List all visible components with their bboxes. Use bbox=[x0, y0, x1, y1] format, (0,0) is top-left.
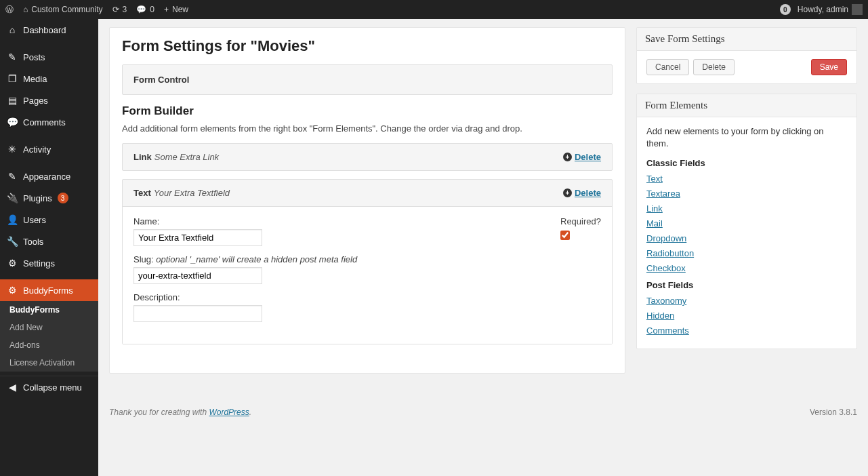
form-elements-intro: Add new elements to your form by clickin… bbox=[646, 125, 847, 150]
classic-element-text[interactable]: Text bbox=[646, 174, 847, 184]
plus-circle-icon: + bbox=[563, 153, 572, 161]
wordpress-link[interactable]: WordPress bbox=[209, 408, 249, 417]
classic-element-checkbox[interactable]: Checkbox bbox=[646, 263, 847, 273]
sidebar-item-label: Posts bbox=[23, 52, 45, 62]
form-field-text: Text Your Extra Textfield + Delete Name: bbox=[122, 179, 613, 344]
form-field-header[interactable]: Text Your Extra Textfield + Delete bbox=[123, 180, 612, 206]
slug-hint: optional '_name' will create a hidden po… bbox=[156, 254, 357, 264]
new-content-link[interactable]: +New bbox=[164, 5, 188, 14]
media-icon: ❐ bbox=[7, 73, 18, 84]
delete-field-link[interactable]: Delete bbox=[575, 152, 601, 162]
form-field-link: Link Some Extra Link + Delete bbox=[122, 143, 613, 171]
field-name-label: Some Extra Link bbox=[154, 152, 219, 162]
howdy-label: Howdy, admin bbox=[798, 5, 848, 14]
plugins-icon: 🔌 bbox=[7, 193, 18, 203]
classic-element-textarea[interactable]: Textarea bbox=[646, 189, 847, 199]
collapse-icon: ◀ bbox=[7, 382, 18, 393]
sidebar-item-label: Tools bbox=[23, 237, 43, 247]
form-elements-title: Form Elements bbox=[637, 94, 856, 117]
post-fields-heading: Post Fields bbox=[646, 280, 847, 290]
comments-link[interactable]: 💬0 bbox=[136, 5, 154, 14]
slug-input[interactable] bbox=[133, 267, 262, 284]
classic-element-link[interactable]: Link bbox=[646, 203, 847, 214]
dashboard-icon: ⌂ bbox=[7, 24, 18, 35]
name-input[interactable] bbox=[133, 229, 262, 246]
delete-button[interactable]: Delete bbox=[693, 59, 735, 75]
updates-link[interactable]: ⟳3 bbox=[112, 5, 127, 14]
sidebar-item-label: Media bbox=[23, 74, 47, 84]
post-element-comments[interactable]: Comments bbox=[646, 325, 847, 336]
save-button[interactable]: Save bbox=[811, 59, 847, 75]
sidebar-item-comments[interactable]: 💬Comments bbox=[0, 111, 98, 133]
description-input[interactable] bbox=[133, 305, 262, 322]
footer-thanks: Thank you for creating with bbox=[109, 408, 209, 417]
classic-element-mail[interactable]: Mail bbox=[646, 218, 847, 229]
users-icon: 👤 bbox=[7, 214, 18, 225]
home-icon: ⌂ bbox=[23, 5, 28, 14]
comments-icon: 💬 bbox=[7, 117, 18, 127]
collapse-menu[interactable]: ◀ Collapse menu bbox=[0, 376, 98, 398]
avatar bbox=[852, 4, 863, 15]
comments-count: 0 bbox=[150, 5, 154, 14]
submenu-item[interactable]: Add New bbox=[0, 319, 98, 336]
updates-count: 3 bbox=[123, 5, 127, 14]
plus-circle-icon: + bbox=[563, 189, 572, 197]
sidebar-item-activity[interactable]: ✳Activity bbox=[0, 138, 98, 160]
submenu-item[interactable]: License Activation bbox=[0, 354, 98, 372]
sidebar-item-media[interactable]: ❐Media bbox=[0, 68, 98, 90]
required-label: Required? bbox=[560, 216, 601, 226]
form-field-header[interactable]: Link Some Extra Link + Delete bbox=[123, 144, 612, 170]
update-icon: ⟳ bbox=[112, 5, 119, 14]
sidebar-item-plugins[interactable]: 🔌Plugins3 bbox=[0, 187, 98, 209]
form-settings-panel: Form Settings for "Movies" Form Control … bbox=[109, 27, 625, 374]
field-type-label: Link bbox=[133, 152, 152, 162]
form-control-toggle[interactable]: Form Control bbox=[122, 64, 613, 95]
comment-icon: 💬 bbox=[136, 5, 146, 14]
sidebar-item-appearance[interactable]: ✎Appearance bbox=[0, 165, 98, 187]
sidebar-item-users[interactable]: 👤Users bbox=[0, 209, 98, 231]
form-elements-box: Form Elements Add new elements to your f… bbox=[636, 94, 857, 349]
classic-element-radiobutton[interactable]: Radiobutton bbox=[646, 248, 847, 258]
name-label: Name: bbox=[133, 216, 526, 226]
sidebar-item-label: Plugins bbox=[23, 193, 52, 203]
sidebar-item-tools[interactable]: 🔧Tools bbox=[0, 231, 98, 252]
submenu-item[interactable]: Add-ons bbox=[0, 336, 98, 354]
notifications-bubble[interactable]: 0 bbox=[780, 4, 791, 15]
delete-field-link[interactable]: Delete bbox=[575, 188, 601, 198]
sidebar-item-posts[interactable]: ✎Posts bbox=[0, 46, 98, 68]
my-account-link[interactable]: Howdy, admin bbox=[798, 4, 863, 15]
version-label: Version 3.8.1 bbox=[810, 408, 857, 417]
submenu-item[interactable]: BuddyForms bbox=[0, 301, 98, 319]
cancel-button[interactable]: Cancel bbox=[646, 59, 689, 75]
save-form-settings-box: Save Form Settings Cancel Delete Save bbox=[636, 27, 857, 84]
sidebar-item-pages[interactable]: ▤Pages bbox=[0, 90, 98, 111]
site-name-link[interactable]: ⌂Custom Community bbox=[23, 5, 103, 14]
classic-element-dropdown[interactable]: Dropdown bbox=[646, 233, 847, 243]
wp-logo[interactable]: Ⓦ bbox=[5, 4, 14, 16]
tools-icon: 🔧 bbox=[7, 236, 18, 247]
admin-bar: Ⓦ ⌂Custom Community ⟳3 💬0 +New 0 Howdy, … bbox=[0, 0, 868, 19]
collapse-label: Collapse menu bbox=[23, 382, 82, 393]
post-element-hidden[interactable]: Hidden bbox=[646, 311, 847, 321]
footer: Thank you for creating with WordPress. V… bbox=[98, 401, 868, 428]
new-label: New bbox=[172, 5, 188, 14]
sidebar-item-label: Appearance bbox=[23, 172, 70, 182]
description-label: Description: bbox=[133, 292, 526, 302]
sidebar-item-label: Users bbox=[23, 215, 46, 225]
wordpress-icon: Ⓦ bbox=[5, 4, 14, 16]
sidebar-item-buddyforms[interactable]: ⚙BuddyForms bbox=[0, 279, 98, 301]
buddyforms-icon: ⚙ bbox=[7, 285, 18, 296]
sidebar-item-dashboard[interactable]: ⌂Dashboard bbox=[0, 19, 98, 41]
sidebar-item-settings[interactable]: ⚙Settings bbox=[0, 252, 98, 274]
page-title: Form Settings for "Movies" bbox=[122, 37, 613, 55]
appearance-icon: ✎ bbox=[7, 171, 18, 182]
form-builder-title: Form Builder bbox=[122, 104, 613, 118]
activity-icon: ✳ bbox=[7, 144, 18, 155]
post-element-taxonomy[interactable]: Taxonomy bbox=[646, 296, 847, 306]
field-type-label: Text bbox=[133, 188, 151, 198]
field-name-label: Your Extra Textfield bbox=[154, 188, 230, 198]
slug-label: Slug: optional '_name' will create a hid… bbox=[133, 254, 526, 264]
sidebar-item-label: Activity bbox=[23, 144, 51, 155]
required-checkbox[interactable] bbox=[560, 231, 570, 240]
form-builder-help: Add additional form elements from the ri… bbox=[122, 123, 613, 134]
